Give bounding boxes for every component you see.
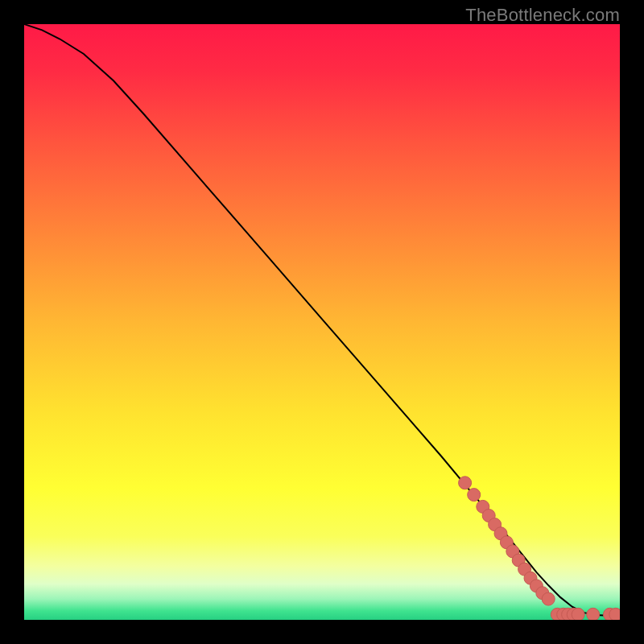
plot-area: [24, 24, 620, 620]
data-marker: [542, 592, 555, 605]
data-marker: [609, 608, 620, 620]
chart-frame: TheBottleneck.com: [0, 0, 644, 644]
data-marker: [459, 477, 472, 489]
bottleneck-curve: [24, 24, 620, 616]
attribution-label: TheBottleneck.com: [465, 5, 620, 26]
curve-layer: [24, 24, 620, 620]
data-marker: [572, 608, 584, 620]
data-marker: [468, 489, 481, 502]
data-marker: [587, 608, 600, 620]
data-markers: [459, 477, 620, 620]
